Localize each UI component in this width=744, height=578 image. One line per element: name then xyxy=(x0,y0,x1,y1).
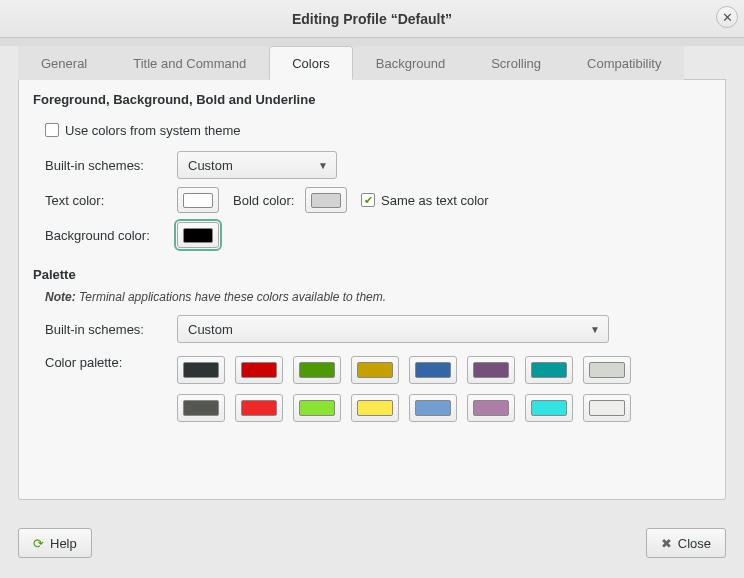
tab-label: Title and Command xyxy=(133,56,246,71)
color-swatch xyxy=(299,400,335,416)
palette-color-8[interactable] xyxy=(177,394,225,422)
color-swatch xyxy=(531,362,567,378)
tab-title-and-command[interactable]: Title and Command xyxy=(110,46,269,80)
color-swatch xyxy=(241,400,277,416)
tab-bar: General Title and Command Colors Backgro… xyxy=(18,46,726,80)
color-swatch xyxy=(241,362,277,378)
palette-color-5[interactable] xyxy=(467,356,515,384)
close-button-label: Close xyxy=(678,536,711,551)
color-palette-label: Color palette: xyxy=(45,349,177,370)
text-color-button[interactable] xyxy=(177,187,219,213)
color-swatch xyxy=(183,193,213,208)
close-icon: ✖ xyxy=(661,536,672,551)
builtin-schemes-label: Built-in schemes: xyxy=(45,158,177,173)
palette-color-11[interactable] xyxy=(351,394,399,422)
checkbox-icon xyxy=(45,123,59,137)
tab-colors[interactable]: Colors xyxy=(269,46,353,80)
checkbox-icon: ✔ xyxy=(361,193,375,207)
palette-note: Note: Terminal applications have these c… xyxy=(45,290,711,304)
palette-color-9[interactable] xyxy=(235,394,283,422)
close-icon[interactable]: ✕ xyxy=(716,6,738,28)
color-swatch xyxy=(357,400,393,416)
help-button[interactable]: ⟳ Help xyxy=(18,528,92,558)
color-swatch xyxy=(473,362,509,378)
bg-color-label: Background color: xyxy=(45,228,177,243)
section-heading-fg-bg: Foreground, Background, Bold and Underli… xyxy=(33,92,711,107)
use-system-theme-checkbox[interactable]: Use colors from system theme xyxy=(45,123,241,138)
tab-general[interactable]: General xyxy=(18,46,110,80)
color-swatch xyxy=(473,400,509,416)
bold-color-button[interactable] xyxy=(305,187,347,213)
tab-label: Background xyxy=(376,56,445,71)
tab-compatibility[interactable]: Compatibility xyxy=(564,46,684,80)
color-swatch xyxy=(183,228,213,243)
note-body: Terminal applications have these colors … xyxy=(79,290,386,304)
color-swatch xyxy=(531,400,567,416)
note-prefix: Note: xyxy=(45,290,76,304)
tab-label: Colors xyxy=(292,56,330,71)
palette-builtin-schemes-combo[interactable]: Custom ▼ xyxy=(177,315,609,343)
chevron-down-icon: ▼ xyxy=(318,160,328,171)
tab-label: Scrolling xyxy=(491,56,541,71)
palette-color-2[interactable] xyxy=(293,356,341,384)
use-system-theme-label: Use colors from system theme xyxy=(65,123,241,138)
palette-color-1[interactable] xyxy=(235,356,283,384)
color-swatch xyxy=(415,362,451,378)
color-swatch xyxy=(357,362,393,378)
tab-scrolling[interactable]: Scrolling xyxy=(468,46,564,80)
color-swatch xyxy=(183,362,219,378)
palette-color-10[interactable] xyxy=(293,394,341,422)
tab-page-colors: Foreground, Background, Bold and Underli… xyxy=(18,80,726,500)
color-swatch xyxy=(589,400,625,416)
text-color-label: Text color: xyxy=(45,193,177,208)
combo-value: Custom xyxy=(188,158,233,173)
palette-color-6[interactable] xyxy=(525,356,573,384)
tab-background[interactable]: Background xyxy=(353,46,468,80)
chevron-down-icon: ▼ xyxy=(590,324,600,335)
palette-color-3[interactable] xyxy=(351,356,399,384)
combo-value: Custom xyxy=(188,322,233,337)
palette-color-7[interactable] xyxy=(583,356,631,384)
titlebar: Editing Profile “Default” ✕ xyxy=(0,0,744,38)
color-swatch xyxy=(415,400,451,416)
color-swatch xyxy=(299,362,335,378)
color-swatch xyxy=(311,193,341,208)
color-swatch xyxy=(183,400,219,416)
palette-color-13[interactable] xyxy=(467,394,515,422)
palette-color-0[interactable] xyxy=(177,356,225,384)
background-color-button[interactable] xyxy=(177,222,219,248)
bold-color-label: Bold color: xyxy=(233,193,305,208)
close-button[interactable]: ✖ Close xyxy=(646,528,726,558)
palette-color-14[interactable] xyxy=(525,394,573,422)
help-button-label: Help xyxy=(50,536,77,551)
palette-color-4[interactable] xyxy=(409,356,457,384)
same-as-text-label: Same as text color xyxy=(381,193,489,208)
palette-color-15[interactable] xyxy=(583,394,631,422)
color-swatch xyxy=(589,362,625,378)
help-icon: ⟳ xyxy=(33,536,44,551)
tab-label: Compatibility xyxy=(587,56,661,71)
builtin-schemes-combo[interactable]: Custom ▼ xyxy=(177,151,337,179)
window-title: Editing Profile “Default” xyxy=(292,11,452,27)
tab-label: General xyxy=(41,56,87,71)
palette-color-12[interactable] xyxy=(409,394,457,422)
palette-builtin-schemes-label: Built-in schemes: xyxy=(45,322,177,337)
same-as-text-color-checkbox[interactable]: ✔ Same as text color xyxy=(361,193,489,208)
section-heading-palette: Palette xyxy=(33,267,711,282)
palette-grid xyxy=(177,356,711,422)
